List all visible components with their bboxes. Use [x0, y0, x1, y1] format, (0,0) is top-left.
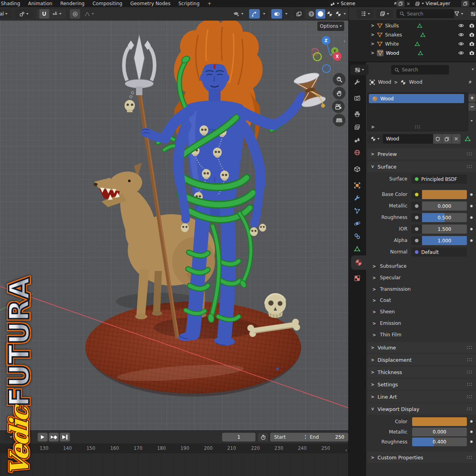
keyframe-dot[interactable] — [470, 228, 473, 230]
outliner-search-input[interactable]: Search — [396, 9, 454, 18]
hide-eye-icon[interactable] — [458, 41, 464, 47]
add-workspace-button[interactable]: + — [203, 1, 215, 6]
view-layer-selector[interactable]: ViewLayer — [413, 0, 463, 7]
tab-particles[interactable] — [354, 207, 361, 214]
next-keyframe-button[interactable] — [49, 433, 59, 441]
tab-view-layer[interactable] — [354, 124, 361, 131]
object-name[interactable]: Wood — [386, 50, 410, 56]
view-layer-unlink-button[interactable] — [470, 0, 476, 7]
shading-material-button[interactable] — [325, 11, 334, 17]
hide-eye-icon[interactable] — [458, 23, 464, 29]
pivot-point-dropdown[interactable] — [15, 9, 33, 19]
breadcrumb-object[interactable]: Wood — [378, 79, 391, 85]
subpanel-transmission[interactable]: >Transmission — [372, 284, 411, 295]
show-overlays-toggle[interactable] — [271, 9, 282, 19]
outliner-row-white[interactable]: > White — [349, 39, 476, 48]
object-name[interactable]: White — [385, 41, 409, 47]
scene-new-button[interactable] — [397, 0, 405, 7]
tab-tool[interactable] — [354, 79, 361, 86]
tab-world[interactable] — [354, 149, 361, 156]
roughness-slider[interactable]: 0.500 — [422, 213, 467, 222]
render-visibility-icon[interactable] — [469, 23, 475, 29]
resize-grip[interactable] — [415, 125, 421, 129]
viewport-3d[interactable]: Options ‹ Z Y X + — [0, 21, 348, 430]
object-name[interactable]: Skulls — [385, 23, 409, 29]
metallic-socket[interactable] — [411, 202, 422, 211]
panel-custom-properties[interactable]: >Custom Properties — [367, 452, 476, 463]
outliner-display-mode-dropdown[interactable] — [357, 9, 374, 18]
properties-search-input[interactable]: Search — [391, 65, 449, 75]
keyframe-dot[interactable] — [470, 193, 473, 196]
shading-solid-button[interactable] — [316, 9, 325, 19]
panel-volume[interactable]: >Volume — [367, 342, 476, 353]
expand-chevron-icon[interactable]: > — [371, 23, 374, 28]
add-material-slot-button[interactable]: + — [468, 94, 476, 102]
outliner-row-snakes[interactable]: > Snakes — [349, 30, 476, 39]
options-button[interactable]: Options — [317, 21, 344, 31]
panel-thickness[interactable]: >Thickness — [367, 367, 476, 378]
base-color-socket[interactable] — [411, 190, 422, 199]
overlays-dropdown[interactable] — [282, 9, 290, 19]
expand-chevron-icon[interactable]: > — [371, 33, 374, 37]
orthographic-toggle-button[interactable] — [333, 114, 345, 127]
shading-rendered-button[interactable] — [334, 11, 343, 17]
copy-material-button[interactable] — [442, 134, 451, 144]
outliner-row-skulls[interactable]: > Skulls — [349, 21, 476, 30]
alpha-socket[interactable] — [411, 236, 422, 245]
tab-modifiers[interactable] — [354, 195, 361, 202]
link-mesh-data-icon[interactable] — [464, 136, 471, 142]
frame-end-field[interactable]: End 250 — [306, 433, 348, 441]
workspace-tab-scripting[interactable]: Scripting — [175, 1, 203, 6]
editor-type-dropdown[interactable] — [350, 65, 369, 75]
workspace-tab-rendering[interactable]: Rendering — [56, 1, 88, 6]
subpanel-emission[interactable]: >Emission — [372, 318, 401, 329]
tab-texture[interactable] — [354, 275, 361, 282]
hide-eye-icon[interactable] — [458, 32, 464, 38]
base-color-swatch[interactable] — [422, 190, 467, 199]
view-layer-new-button[interactable] — [461, 0, 469, 7]
timeline-ruler[interactable]: 130 140 150 160 170 180 190 200 210 220 … — [0, 443, 348, 454]
navigation-gizmo[interactable]: Z Y X — [312, 35, 347, 79]
render-visibility-icon[interactable] — [469, 41, 475, 47]
tab-scene[interactable] — [354, 136, 361, 143]
subpanel-specular[interactable]: >Specular — [372, 272, 401, 283]
vp-color-swatch[interactable] — [412, 417, 467, 426]
panel-displacement[interactable]: >Displacement — [367, 354, 476, 365]
pin-icon[interactable] — [467, 80, 472, 85]
tab-collection[interactable] — [354, 166, 361, 173]
roughness-socket[interactable] — [411, 213, 422, 222]
object-type-visibility-dropdown[interactable] — [229, 9, 248, 19]
auto-keying-button[interactable] — [258, 433, 268, 441]
panel-viewport-display[interactable]: >Viewport Display — [367, 403, 476, 415]
timeline-editor-dropdown[interactable] — [4, 433, 18, 441]
panel-line-art[interactable]: >Line Art — [367, 391, 476, 402]
material-slot-row[interactable]: Wood — [369, 94, 464, 103]
panel-surface[interactable]: >Surface — [367, 161, 476, 172]
remove-material-slot-button[interactable]: − — [468, 103, 476, 111]
expand-chevron-icon[interactable]: > — [371, 42, 374, 46]
play-button[interactable] — [38, 433, 48, 441]
tab-material-active[interactable] — [351, 255, 366, 270]
xray-toggle[interactable] — [294, 9, 304, 19]
hide-eye-icon[interactable] — [458, 50, 464, 56]
workspace-tab-animation[interactable]: Animation — [24, 1, 56, 6]
keyframe-dot[interactable] — [470, 216, 473, 219]
snap-toggle-button[interactable] — [39, 9, 49, 19]
workspace-tab-compositing[interactable]: Compositing — [88, 1, 126, 6]
browse-material-button[interactable] — [367, 134, 382, 144]
keyframe-dot[interactable] — [470, 430, 473, 433]
timeline-tracks[interactable] — [0, 453, 348, 476]
slot-specials-chevron[interactable] — [470, 120, 473, 122]
breadcrumb-material[interactable]: Wood — [409, 79, 422, 85]
subpanel-thin-film[interactable]: >Thin Film — [372, 329, 401, 340]
panel-preview[interactable]: >Preview — [367, 148, 476, 159]
outliner-overflow-button[interactable] — [469, 9, 476, 18]
properties-options-chevron[interactable] — [472, 69, 474, 70]
zoom-button[interactable]: + — [333, 73, 345, 86]
tab-render[interactable] — [354, 95, 361, 102]
keyframe-dot[interactable] — [470, 440, 473, 443]
unlink-material-button[interactable] — [452, 134, 461, 144]
snap-to-dropdown[interactable] — [50, 11, 63, 17]
vp-metallic-slider[interactable]: 0.000 — [412, 428, 467, 436]
object-name[interactable]: Snakes — [385, 32, 409, 38]
